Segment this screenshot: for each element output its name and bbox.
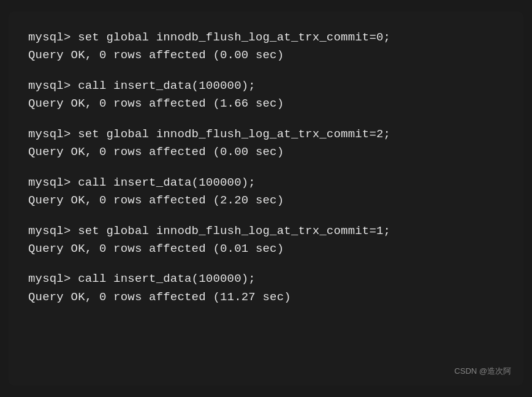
command-line-1: mysql> set global innodb_flush_log_at_tr… bbox=[28, 29, 504, 47]
result-line-3: Query OK, 0 rows affected (0.00 sec) bbox=[28, 143, 504, 161]
command-line-6: mysql> call insert_data(100000); bbox=[28, 270, 504, 288]
block-4: mysql> call insert_data(100000); Query O… bbox=[28, 174, 504, 210]
block-2: mysql> call insert_data(100000); Query O… bbox=[28, 77, 504, 113]
result-line-2: Query OK, 0 rows affected (1.66 sec) bbox=[28, 95, 504, 113]
result-line-5: Query OK, 0 rows affected (0.01 sec) bbox=[28, 240, 504, 258]
watermark: CSDN @造次阿 bbox=[454, 366, 511, 377]
result-line-6: Query OK, 0 rows affected (11.27 sec) bbox=[28, 289, 504, 306]
command-line-3: mysql> set global innodb_flush_log_at_tr… bbox=[28, 126, 504, 143]
terminal-content: mysql> set global innodb_flush_log_at_tr… bbox=[28, 29, 504, 371]
command-line-2: mysql> call insert_data(100000); bbox=[28, 77, 504, 95]
block-3: mysql> set global innodb_flush_log_at_tr… bbox=[28, 126, 504, 162]
terminal-window: mysql> set global innodb_flush_log_at_tr… bbox=[9, 12, 523, 385]
block-6: mysql> call insert_data(100000); Query O… bbox=[28, 270, 504, 306]
result-line-4: Query OK, 0 rows affected (2.20 sec) bbox=[28, 192, 504, 210]
block-5: mysql> set global innodb_flush_log_at_tr… bbox=[28, 222, 504, 259]
command-line-4: mysql> call insert_data(100000); bbox=[28, 174, 504, 192]
command-line-5: mysql> set global innodb_flush_log_at_tr… bbox=[28, 222, 504, 240]
block-1: mysql> set global innodb_flush_log_at_tr… bbox=[28, 29, 504, 65]
result-line-1: Query OK, 0 rows affected (0.00 sec) bbox=[28, 47, 504, 64]
